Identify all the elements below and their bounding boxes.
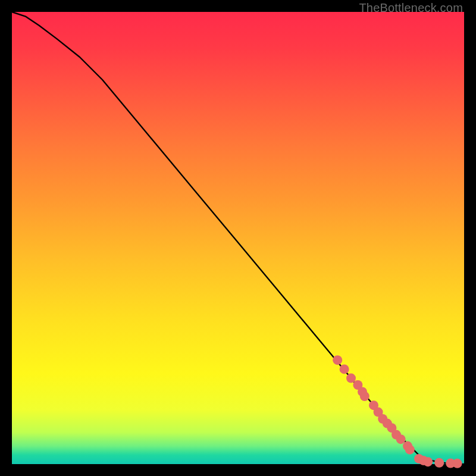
highlight-point (346, 374, 356, 383)
bottleneck-highlight-points (333, 355, 462, 468)
highlight-point (396, 434, 406, 444)
highlight-point (405, 445, 415, 455)
highlight-point (360, 392, 369, 401)
chart-frame: TheBottleneck.com (0, 0, 476, 476)
highlight-point (340, 364, 349, 374)
highlight-point (434, 458, 444, 468)
highlight-point (423, 457, 433, 466)
highlight-point (333, 355, 342, 365)
chart-svg (12, 12, 464, 464)
bottleneck-curve-line (12, 12, 464, 464)
watermark-text: TheBottleneck.com (359, 1, 463, 15)
highlight-point (453, 459, 462, 468)
